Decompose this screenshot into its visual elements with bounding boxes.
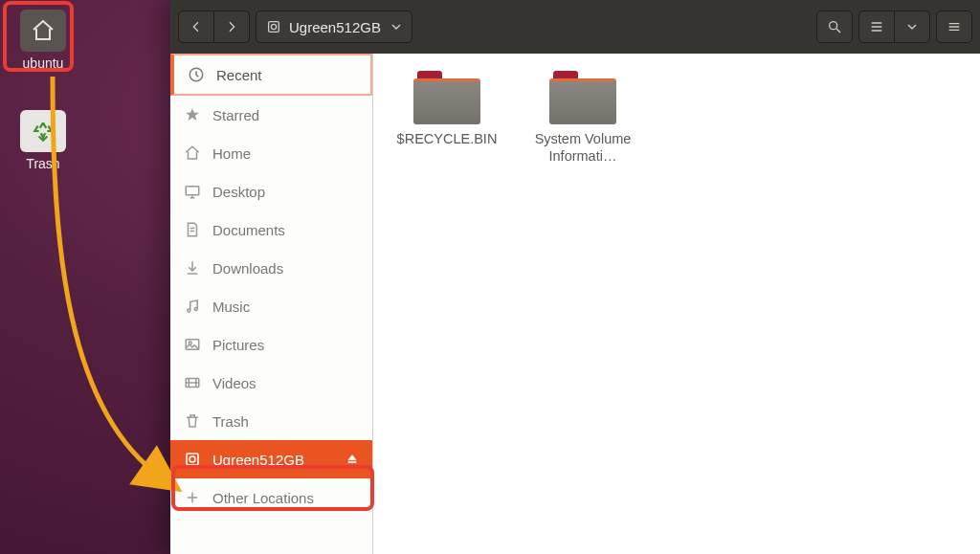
chevron-left-icon — [189, 19, 204, 34]
video-icon — [184, 374, 201, 391]
nav-forward-button[interactable] — [214, 11, 250, 43]
desktop-home-folder[interactable]: ubuntu — [10, 10, 77, 71]
desktop-trash[interactable]: Trash — [10, 110, 77, 171]
desktop-trash-label: Trash — [10, 156, 77, 171]
view-list-button[interactable] — [858, 11, 895, 43]
sidebar-item-starred[interactable]: Starred — [170, 96, 372, 134]
sidebar-item-trash[interactable]: Trash — [170, 402, 372, 440]
search-icon — [827, 19, 842, 34]
sidebar-item-home[interactable]: Home — [170, 134, 372, 172]
chevron-down-icon — [904, 19, 920, 34]
hamburger-icon — [947, 19, 962, 34]
file-label: $RECYCLE.BIN — [394, 130, 500, 147]
list-icon — [869, 19, 884, 34]
sidebar-item-label: Starred — [212, 107, 259, 123]
svg-point-11 — [189, 456, 195, 462]
sidebar-item-label: Pictures — [212, 337, 264, 353]
file-label: System Volume Informati… — [530, 130, 635, 165]
disk-icon — [266, 19, 281, 34]
sidebar-item-other-locations[interactable]: Other Locations — [170, 478, 372, 517]
sidebar-item-label: Desktop — [212, 184, 265, 200]
svg-point-1 — [271, 24, 276, 29]
nav-back-button[interactable] — [178, 11, 214, 43]
home-icon — [31, 18, 56, 43]
folder-icon — [413, 71, 480, 124]
eject-icon — [345, 452, 359, 465]
recycle-icon — [31, 119, 56, 144]
sidebar-item-label: Downloads — [212, 260, 283, 277]
disk-icon — [184, 451, 201, 468]
sidebar-item-label: Music — [212, 299, 250, 315]
sidebar-item-label: Home — [212, 145, 251, 162]
file-view[interactable]: $RECYCLE.BIN System Volume Informati… — [373, 54, 980, 554]
star-icon — [184, 106, 201, 123]
sidebar-item-label: Documents — [212, 222, 285, 238]
eject-button[interactable] — [345, 452, 359, 468]
clock-icon — [188, 66, 205, 83]
sidebar-item-desktop[interactable]: Desktop — [170, 172, 372, 211]
document-icon — [184, 221, 201, 238]
home-icon — [184, 144, 201, 162]
hamburger-menu-button[interactable] — [936, 11, 972, 43]
sidebar-item-recent[interactable]: Recent — [174, 55, 370, 94]
svg-point-5 — [188, 309, 190, 312]
sidebar-item-label: Ugreen512GB — [212, 452, 304, 468]
svg-point-2 — [830, 22, 837, 30]
breadcrumb[interactable]: Ugreen512GB — [256, 11, 412, 43]
chevron-right-icon — [224, 19, 239, 34]
folder-item-recycle-bin[interactable]: $RECYCLE.BIN — [394, 71, 500, 165]
plus-icon — [184, 489, 201, 506]
download-icon — [184, 259, 201, 277]
desktop-home-label: ubuntu — [10, 55, 77, 71]
sidebar-item-ugreen512gb[interactable]: Ugreen512GB — [170, 440, 372, 478]
music-icon — [184, 298, 201, 315]
svg-rect-4 — [186, 187, 199, 195]
folder-item-system-volume-information[interactable]: System Volume Informati… — [530, 71, 635, 165]
sidebar-item-label: Videos — [212, 375, 256, 391]
folder-icon — [549, 71, 616, 124]
trash-icon — [184, 412, 201, 430]
sidebar-item-label: Other Locations — [212, 490, 314, 506]
sidebar-item-music[interactable]: Music — [170, 287, 372, 325]
breadcrumb-label: Ugreen512GB — [289, 19, 381, 35]
sidebar-item-downloads[interactable]: Downloads — [170, 249, 372, 287]
svg-rect-0 — [269, 22, 279, 33]
svg-point-6 — [194, 308, 197, 311]
files-window: Ugreen512GB — [170, 0, 980, 554]
sidebar-item-label: Recent — [216, 67, 262, 83]
sidebar-item-label: Trash — [212, 413, 249, 430]
view-dropdown-button[interactable] — [895, 11, 930, 43]
chevron-down-icon — [389, 19, 404, 34]
titlebar: Ugreen512GB — [170, 0, 980, 54]
sidebar-item-videos[interactable]: Videos — [170, 364, 372, 402]
picture-icon — [184, 336, 201, 353]
svg-rect-10 — [187, 454, 198, 465]
sidebar: Recent Starred Home Desktop Documents — [170, 54, 373, 554]
sidebar-item-documents[interactable]: Documents — [170, 211, 372, 249]
desktop-icon — [184, 183, 201, 200]
sidebar-item-pictures[interactable]: Pictures — [170, 325, 372, 364]
search-button[interactable] — [816, 11, 853, 43]
